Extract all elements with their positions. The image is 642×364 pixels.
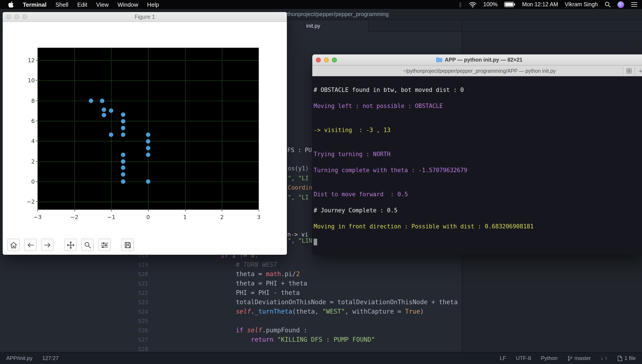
configure-button[interactable] bbox=[98, 239, 111, 251]
save-button[interactable] bbox=[121, 239, 134, 251]
y-tick-label: 12 bbox=[15, 57, 35, 64]
back-button[interactable] bbox=[24, 239, 36, 251]
menu-window[interactable]: Window bbox=[118, 1, 138, 8]
y-tick-mark bbox=[36, 100, 38, 101]
scatter-point bbox=[100, 98, 104, 103]
close-button[interactable] bbox=[6, 14, 11, 19]
bluetooth-icon[interactable]: ᛒ bbox=[459, 1, 462, 8]
close-button[interactable] bbox=[316, 57, 321, 62]
forward-button[interactable] bbox=[41, 239, 54, 251]
y-tick-label: 6 bbox=[15, 118, 35, 124]
y-tick-label: 10 bbox=[15, 77, 35, 84]
y-tick-mark bbox=[36, 60, 38, 60]
pan-button[interactable] bbox=[64, 239, 77, 251]
code-line[interactable]: 523 totalDeviationOnThisNode = totalDevi… bbox=[131, 298, 595, 307]
siri-icon[interactable] bbox=[618, 1, 624, 8]
scatter-point bbox=[121, 132, 125, 137]
status-cursor-position[interactable]: 127:27 bbox=[42, 355, 58, 361]
battery-icon[interactable] bbox=[504, 2, 516, 7]
scatter-point bbox=[121, 126, 125, 130]
code-line[interactable]: 519 # TURN WEST bbox=[131, 260, 595, 270]
code-line[interactable]: 522 PHI = PHI - theta bbox=[131, 288, 595, 298]
y-tick-label: −2 bbox=[15, 198, 35, 205]
x-tick-label: 3 bbox=[257, 214, 260, 220]
scatter-point bbox=[121, 172, 125, 177]
status-encoding[interactable]: UTF-8 bbox=[516, 355, 531, 361]
code-line[interactable]: 525 bbox=[131, 316, 595, 326]
line-number: 522 bbox=[131, 288, 151, 298]
git-fetch-arrows-icon[interactable]: ↓ ↑ bbox=[601, 355, 608, 361]
figure-window: Figure 1 −3−2−10123−2024681012 bbox=[3, 12, 287, 255]
terminal-tab-actions: + bbox=[623, 66, 642, 76]
status-language[interactable]: Python bbox=[541, 355, 558, 361]
app-menu-terminal[interactable]: Terminal bbox=[23, 1, 46, 8]
menu-shell[interactable]: Shell bbox=[55, 1, 68, 8]
spotlight-search-icon[interactable] bbox=[604, 1, 611, 8]
y-tick-mark bbox=[36, 202, 38, 202]
scatter-point bbox=[121, 113, 125, 117]
menu-help[interactable]: Help bbox=[147, 1, 159, 8]
scatter-point bbox=[109, 132, 114, 137]
apple-menu[interactable] bbox=[8, 1, 14, 8]
code-text: theta = PHI + theta bbox=[151, 279, 307, 288]
code-line[interactable]: 520 theta = math.pi/2 bbox=[131, 270, 595, 279]
terminal-output[interactable]: # OBSTACLE found in btw, bot moved dist … bbox=[312, 76, 642, 255]
notification-center-icon[interactable] bbox=[631, 2, 638, 7]
minimize-button[interactable] bbox=[14, 14, 19, 19]
terminal-line bbox=[314, 142, 642, 150]
figure-canvas: −3−2−10123−2024681012 bbox=[3, 22, 287, 255]
minimize-button[interactable] bbox=[324, 57, 329, 62]
y-tick-mark bbox=[36, 80, 38, 80]
folder-icon bbox=[436, 57, 442, 62]
home-button[interactable] bbox=[7, 239, 20, 251]
y-tick-label: 4 bbox=[15, 138, 35, 144]
terminal-tab-bar: ~/pythonproject/pepper/pepper_programmin… bbox=[312, 66, 642, 76]
split-pane-icon[interactable] bbox=[623, 66, 634, 76]
status-file-path[interactable]: APP/init.py bbox=[6, 355, 32, 361]
x-tick-label: −1 bbox=[107, 214, 115, 220]
code-line[interactable]: 524 self._turnTheta(theta, "WEST", withC… bbox=[131, 307, 595, 316]
code-line[interactable]: 521 theta = PHI + theta bbox=[131, 279, 595, 288]
menu-bar-clock[interactable]: Mon 12:12 AM bbox=[522, 1, 558, 8]
terminal-line bbox=[314, 158, 642, 166]
code-line[interactable]: 526 if self.pumpFound : bbox=[131, 326, 595, 335]
x-tick-label: −2 bbox=[70, 214, 78, 220]
grid-line-horizontal bbox=[38, 161, 259, 162]
terminal-title-text: APP — python init.py — 82×21 bbox=[445, 57, 522, 63]
line-number: 523 bbox=[131, 298, 151, 307]
x-tick-label: 1 bbox=[183, 214, 187, 220]
code-area[interactable]: 518 if i != 0:519 # TURN WEST520 theta =… bbox=[131, 251, 595, 354]
menu-view[interactable]: View bbox=[96, 1, 109, 8]
code-line[interactable]: 527 return "KILLING DFS : PUMP FOUND" bbox=[131, 335, 595, 344]
menu-bar-left: Terminal ShellEditViewWindowHelp bbox=[0, 0, 159, 9]
terminal-tab-title[interactable]: ~/pythonproject/pepper/pepper_programmin… bbox=[312, 68, 642, 74]
new-tab-plus-icon[interactable]: + bbox=[634, 66, 642, 76]
line-number: 520 bbox=[131, 270, 151, 279]
terminal-line: -> visiting : -3 , 13 bbox=[314, 126, 642, 134]
x-tick-mark bbox=[148, 210, 148, 212]
figure-titlebar[interactable]: Figure 1 bbox=[3, 12, 287, 22]
user-menu[interactable]: Vikram Singh bbox=[565, 1, 598, 8]
tab-label: init.py bbox=[306, 23, 320, 29]
status-left: APP/init.py 127:27 bbox=[6, 355, 59, 361]
terminal-titlebar[interactable]: APP — python init.py — 82×21 bbox=[312, 54, 642, 66]
grid-line-horizontal bbox=[38, 60, 259, 61]
status-file-count[interactable]: 1 file bbox=[617, 355, 636, 361]
terminal-window: APP — python init.py — 82×21 ~/pythonpro… bbox=[312, 54, 642, 255]
plot-area bbox=[38, 48, 259, 210]
status-git-branch[interactable]: master bbox=[567, 355, 591, 361]
file-icon bbox=[617, 355, 622, 361]
menu-edit[interactable]: Edit bbox=[77, 1, 87, 8]
code-fragment: FS : PU bbox=[287, 147, 312, 154]
code-fragment: n-> vi bbox=[287, 232, 308, 238]
status-line-ending[interactable]: LF bbox=[500, 355, 506, 361]
menu-bar: Terminal ShellEditViewWindowHelp ᛒ 100% … bbox=[0, 0, 642, 9]
figure-toolbar bbox=[7, 239, 138, 251]
grid-line-vertical bbox=[74, 48, 75, 210]
wifi-icon[interactable] bbox=[469, 2, 477, 7]
zoom-button[interactable] bbox=[22, 14, 27, 19]
git-branch-icon bbox=[567, 355, 572, 361]
zoom-button[interactable] bbox=[332, 57, 337, 62]
zoom-button[interactable] bbox=[81, 239, 94, 251]
terminal-cursor bbox=[314, 239, 317, 245]
